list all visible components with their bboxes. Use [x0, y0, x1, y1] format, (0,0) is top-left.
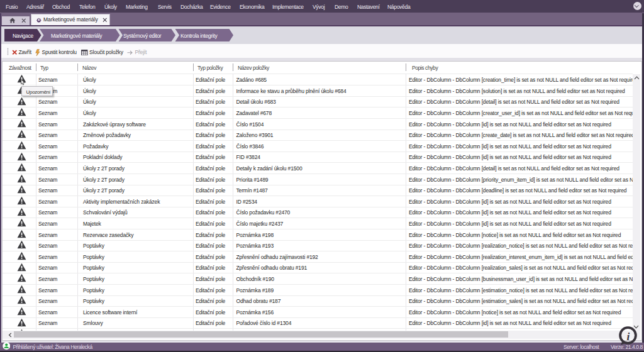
- svg-text:i: i: [627, 330, 630, 343]
